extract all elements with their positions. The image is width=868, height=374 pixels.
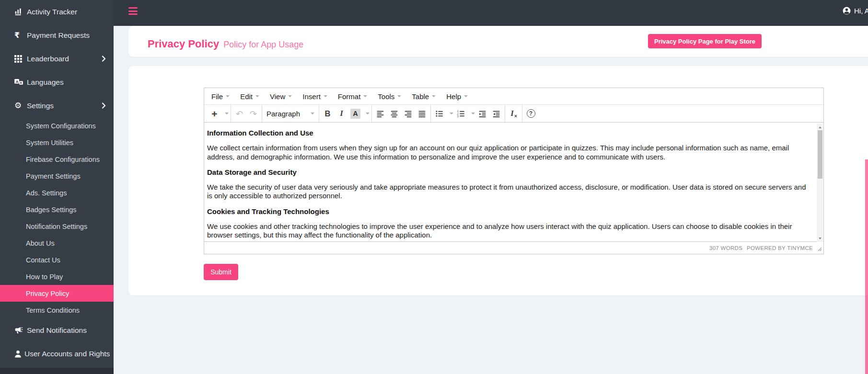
numbered-list-button[interactable]: 123 [454,107,467,120]
svg-text:A: A [16,79,19,84]
italic-button[interactable]: I [335,107,348,120]
indent-button[interactable] [490,107,503,120]
caret-down-icon [471,113,475,114]
content-heading: Cookies and Tracking Technologies [207,207,811,216]
editor-content-area[interactable]: Information Collection and Use We collec… [204,123,823,242]
redo-button[interactable]: ↷ [247,107,260,120]
italic-icon: I [340,109,343,118]
sidebar-item-system-utilities[interactable]: System Utilities [0,134,114,151]
block-format-dropdown[interactable]: Paragraph [264,107,317,120]
sidebar-item-label: User Accounts and Rights [24,350,110,358]
bold-button[interactable]: B [321,107,334,120]
caret-down-icon [397,95,401,97]
menu-help[interactable]: Help [441,90,473,103]
sidebar-item-settings[interactable]: ⚙ Settings [0,94,114,117]
menu-view[interactable]: View [265,90,297,103]
scroll-up-arrow[interactable] [817,124,823,130]
chevron-right-icon [102,56,106,62]
resize-grip-icon[interactable] [818,247,822,252]
text-color-caret-button[interactable] [363,107,370,120]
editor-scrollbar [817,124,823,242]
sidebar-item-about-us[interactable]: About Us [0,235,114,251]
align-center-button[interactable] [388,107,401,120]
insert-plus-caret-button[interactable] [222,107,229,120]
insert-plus-button[interactable]: + [208,107,221,120]
editor-scrollbar-thumb[interactable] [818,130,822,179]
sidebar-item-system-configurations[interactable]: System Configurations [0,117,114,134]
sidebar-item-contact-us[interactable]: Contact Us [0,251,114,268]
menu-insert[interactable]: Insert [297,90,333,103]
numbered-list-caret-button[interactable] [468,107,475,120]
sidebar-item-payment-requests[interactable]: ₹ Payment Requests [0,23,114,47]
clear-formatting-icon: I× [510,109,516,118]
sidebar-bottom-strip [0,368,114,374]
align-left-button[interactable] [374,107,387,120]
align-right-icon [404,110,412,118]
hamburger-menu-icon[interactable] [128,7,138,15]
sidebar-item-send-notifications[interactable]: Send Notifications [0,318,114,342]
menu-file[interactable]: File [206,90,235,103]
word-count: 307 WORDS [709,245,742,251]
sidebar-item-label: Activity Tracker [27,8,77,16]
align-right-button[interactable] [402,107,415,120]
sidebar-item-ads-settings[interactable]: Ads. Settings [0,184,114,201]
sidebar-item-label: Settings [27,102,54,110]
sidebar-item-badges-settings[interactable]: Badges Settings [0,201,114,218]
sidebar-item-payment-settings[interactable]: Payment Settings [0,168,114,184]
outdent-button[interactable] [476,107,489,120]
content-paragraph: We use cookies and other tracking techno… [207,222,811,240]
help-button[interactable]: ? [524,107,537,120]
editor-menubar: File Edit View Insert Format Tools Table… [204,88,823,105]
scroll-down-arrow[interactable] [817,235,823,241]
bar-chart-icon [14,8,24,16]
submit-button[interactable]: Submit [204,264,238,280]
sidebar-item-user-accounts[interactable]: User Accounts and Rights [0,342,114,365]
caret-down-icon [288,95,292,97]
bullet-list-button[interactable] [433,107,446,120]
sidebar: Activity Tracker ₹ Payment Requests Lead… [0,0,114,374]
chevron-right-icon [102,102,106,109]
sidebar-item-label: Leaderboard [27,55,69,63]
page-header-titles: Privacy Policy Policy for App Usage [148,26,303,57]
align-center-icon [390,110,398,118]
tinymce-branding: POWERED BY TINYMCE [747,245,813,251]
bullet-list-icon [435,110,443,118]
sidebar-item-how-to-play[interactable]: How to Play [0,268,114,285]
user-menu[interactable]: Hi, A [842,6,868,15]
align-justify-button[interactable] [416,107,428,120]
caret-down-icon [464,95,468,97]
caret-down-icon [324,95,327,97]
redo-icon: ↷ [250,109,257,119]
sidebar-item-terms-conditions[interactable]: Terms Conditions [0,302,114,318]
caret-down-icon [366,113,370,114]
sidebar-item-privacy-policy[interactable]: Privacy Policy [0,285,114,302]
sidebar-scrollbar-thumb[interactable] [865,159,868,374]
content-paragraph: We take the security of user data very s… [207,183,811,201]
megaphone-icon [14,327,24,334]
greeting-text: Hi, A [854,7,868,15]
sidebar-item-firebase-configurations[interactable]: Firebase Configurations [0,151,114,168]
indent-icon [492,110,500,118]
sidebar-item-languages[interactable]: A a Languages [0,70,114,94]
sidebar-item-notification-settings[interactable]: Notification Settings [0,218,114,235]
caret-down-icon [450,113,453,114]
text-color-icon: A [350,109,360,119]
undo-button[interactable]: ↶ [233,107,246,120]
bullet-list-caret-button[interactable] [447,107,453,120]
privacy-policy-play-store-button[interactable]: Privacy Policy Page for Play Store [648,34,762,48]
grid-icon [14,55,24,63]
sidebar-item-label: Languages [27,78,64,87]
menu-edit[interactable]: Edit [235,90,265,103]
menu-table[interactable]: Table [406,90,441,103]
menu-tools[interactable]: Tools [372,90,406,103]
clear-formatting-button[interactable]: I× [507,107,520,120]
sidebar-item-leaderboard[interactable]: Leaderboard [0,47,114,70]
content-heading: Information Collection and Use [207,129,811,137]
bold-icon: B [325,109,331,118]
content-heading: Data Storage and Security [207,168,811,177]
menu-format[interactable]: Format [333,90,373,103]
sidebar-item-activity-tracker[interactable]: Activity Tracker [0,0,114,23]
text-color-button[interactable]: A [349,107,362,120]
sidebar-item-label: Send Notifications [27,326,87,335]
content-paragraph: We collect certain information from user… [207,144,811,161]
